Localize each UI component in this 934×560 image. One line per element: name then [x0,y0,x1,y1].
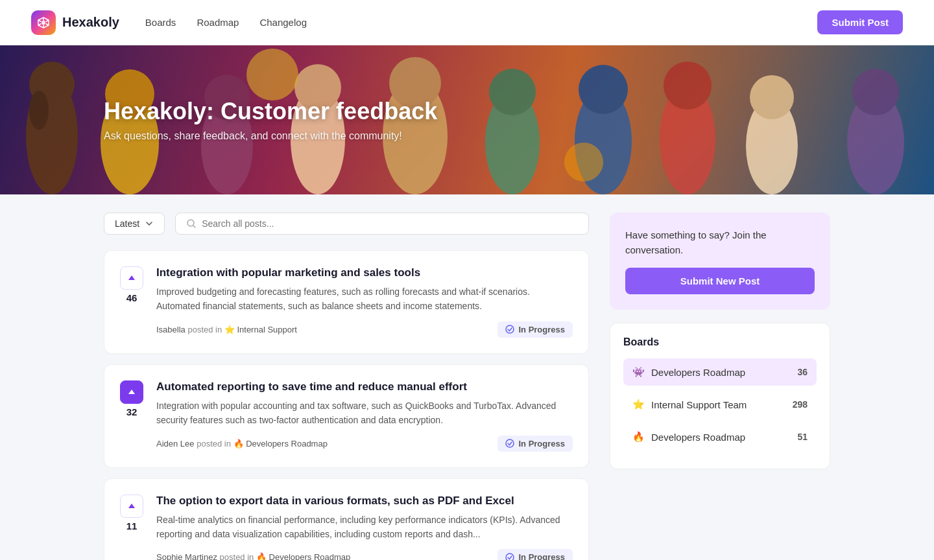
post-description: Improved budgeting and forecasting featu… [156,285,573,314]
nav-roadmap[interactable]: Roadmap [197,17,239,28]
board-count: 298 [793,399,808,410]
board-item[interactable]: ⭐ Internal Support Team 298 [623,391,817,418]
board-name: Internal Support Team [651,399,747,410]
svg-point-20 [750,75,794,119]
board-name: Developers Roadmap [651,432,745,443]
post-title: Automated reporting to save time and red… [156,380,573,393]
sidebar-column: Have something to say? Join the conversa… [610,213,830,560]
svg-point-18 [664,62,712,110]
svg-point-27 [506,439,514,447]
upvote-icon [127,274,136,283]
status-badge: In Progress [497,549,573,560]
post-card: 46 Integration with popular marketing an… [104,250,589,354]
posts-list: 46 Integration with popular marketing an… [104,250,589,560]
board-item-left: 👾 Developers Roadmap [632,366,745,378]
vote-column: 11 [120,495,143,531]
board-item[interactable]: 🔥 Developers Roadmap 51 [623,423,817,450]
post-body: Integration with popular marketing and s… [156,266,573,338]
post-author: Sophie Martinez posted in 🔥 Developers R… [156,552,350,560]
svg-point-26 [506,325,514,333]
status-badge: In Progress [497,436,573,452]
board-emoji: ⭐ [632,399,645,410]
vote-column: 46 [120,266,143,303]
post-body: Automated reporting to save time and red… [156,380,573,452]
navbar: Hexakoly Boards Roadmap Changelog Submit… [0,0,934,45]
upvote-icon [127,502,136,511]
svg-point-22 [852,69,899,115]
svg-point-0 [42,21,45,25]
vote-count: 46 [126,292,138,303]
nav-boards[interactable]: Boards [145,17,176,28]
cta-text: Have something to say? Join the conversa… [625,228,815,257]
boards-section: Boards 👾 Developers Roadmap 36 ⭐ Interna… [610,323,830,469]
status-text: In Progress [518,439,565,449]
vote-count: 11 [126,520,138,531]
submit-post-button[interactable]: Submit Post [817,10,903,34]
vote-column: 32 [120,380,143,417]
post-card: 11 The option to export data in various … [104,478,589,560]
upvote-button[interactable] [120,495,143,518]
board-tag[interactable]: 🔥 Developers Roadmap [234,439,328,449]
upvote-icon [127,388,136,397]
post-body: The option to export data in various for… [156,495,573,560]
chevron-down-icon [145,219,154,228]
status-text: In Progress [518,325,565,334]
board-tag[interactable]: 🔥 Developers Roadmap [256,552,350,560]
board-item-left: 🔥 Developers Roadmap [632,431,745,443]
vote-count: 32 [126,406,138,417]
navbar-left: Hexakoly Boards Roadmap Changelog [31,10,307,35]
post-title: The option to export data in various for… [156,495,573,508]
hero-banner: Hexakoly: Customer feedback Ask question… [0,45,934,194]
logo: Hexakoly [31,10,119,35]
search-box [175,213,589,235]
post-meta: Aiden Lee posted in 🔥 Developers Roadmap… [156,436,573,452]
svg-point-16 [579,65,628,114]
board-name: Developers Roadmap [651,367,745,378]
board-count: 51 [797,432,808,442]
status-badge: In Progress [497,321,573,338]
post-author: Isabella posted in ⭐ Internal Support [156,325,297,334]
hero-subtitle: Ask questions, share feedback, and conne… [104,130,437,142]
status-icon [505,439,514,448]
logo-svg [36,15,51,30]
board-emoji: 🔥 [632,431,645,443]
content-column: Latest 46 Integ [104,213,589,560]
nav-links: Boards Roadmap Changelog [145,17,307,28]
board-count: 36 [797,367,808,377]
post-card: 32 Automated reporting to save time and … [104,364,589,468]
sort-button[interactable]: Latest [104,213,165,235]
main-layout: Latest 46 Integ [0,194,934,560]
boards-list: 👾 Developers Roadmap 36 ⭐ Internal Suppo… [623,358,817,450]
status-icon [505,553,514,560]
status-text: In Progress [518,552,565,560]
post-meta: Isabella posted in ⭐ Internal Support In… [156,321,573,338]
upvote-button[interactable] [120,266,143,290]
toolbar: Latest [104,213,589,235]
svg-point-24 [564,143,603,181]
nav-changelog[interactable]: Changelog [259,17,307,28]
sort-label: Latest [115,218,139,229]
upvote-button[interactable] [120,380,143,404]
status-icon [505,325,514,334]
author-name: Isabella [156,325,186,334]
board-tag[interactable]: ⭐ Internal Support [224,325,297,334]
author-name: Aiden Lee [156,439,195,449]
post-description: Real-time analytics on financial perform… [156,513,573,542]
hero-content: Hexakoly: Customer feedback Ask question… [0,98,541,142]
hero-title: Hexakoly: Customer feedback [104,98,437,125]
post-description: Integration with popular accounting and … [156,399,573,428]
search-input[interactable] [202,218,578,229]
svg-point-23 [246,49,298,100]
board-emoji: 👾 [632,366,645,378]
board-item[interactable]: 👾 Developers Roadmap 36 [623,358,817,386]
post-title: Integration with popular marketing and s… [156,266,573,279]
post-author: Aiden Lee posted in 🔥 Developers Roadmap [156,439,328,449]
author-name: Sophie Martinez [156,552,217,560]
board-item-left: ⭐ Internal Support Team [632,399,747,410]
logo-icon [31,10,56,35]
cta-card: Have something to say? Join the conversa… [610,213,830,310]
submit-new-post-button[interactable]: Submit New Post [625,268,815,294]
boards-section-title: Boards [623,336,817,348]
post-meta: Sophie Martinez posted in 🔥 Developers R… [156,549,573,560]
logo-text: Hexakoly [62,15,119,30]
